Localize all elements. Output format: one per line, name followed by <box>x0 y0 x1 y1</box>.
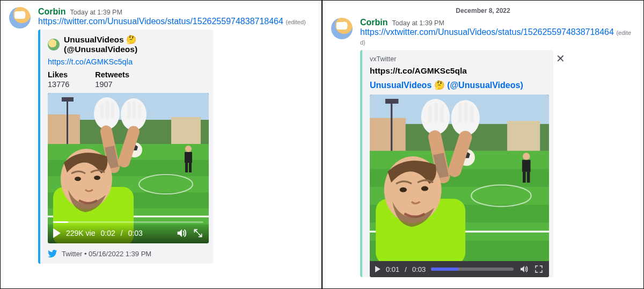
video-player-twitter[interactable]: 229K vie0:02 / 0:03 <box>48 93 209 243</box>
tweet-author-link[interactable]: UnusualVideos 🤔 (@UnusualVideos) <box>370 80 546 90</box>
message-timestamp: Today at 1:39 PM <box>70 9 122 16</box>
retweets-label: Retweets <box>95 70 129 79</box>
tweet-author-link-text: UnusualVideos 🤔 (@UnusualVideos) <box>370 80 523 90</box>
volume-icon <box>519 264 529 274</box>
expand-icon <box>193 228 203 239</box>
message-left: Corbin Today at 1:39 PM https://twitter.… <box>9 7 313 264</box>
video-progress[interactable] <box>431 268 514 271</box>
avatar[interactable] <box>9 7 31 28</box>
tweet-author[interactable]: UnusualVideos 🤔 (@UnusualVideos) <box>48 35 206 54</box>
tweet-author-name: UnusualVideos 🤔 (@UnusualVideos) <box>64 35 206 54</box>
retweets-value: 1907 <box>95 80 129 89</box>
time-sep: / <box>121 229 123 237</box>
author-name[interactable]: Corbin <box>38 7 66 17</box>
volume-button[interactable] <box>175 227 187 239</box>
close-embed-button[interactable]: ✕ <box>556 53 565 64</box>
likes-label: Likes <box>48 70 69 79</box>
tweet-stats: Likes 13776 Retweets 1907 <box>48 70 206 89</box>
play-button[interactable] <box>53 228 61 238</box>
message-link[interactable]: https://twitter.com/UnusualVideos/status… <box>38 17 283 26</box>
play-icon <box>53 228 61 238</box>
video-thumbnail <box>48 93 209 243</box>
date-divider: December 8, 2022 <box>331 7 635 15</box>
tweet-author-avatar <box>48 39 60 50</box>
right-pane: December 8, 2022 Corbin Today at 1:39 PM… <box>323 1 643 288</box>
vxtwitter-embed: ✕ vxTwitter https://t.co/AGMKSc5qla Unus… <box>360 50 553 277</box>
video-controls: 229K vie0:02 / 0:03 <box>48 223 209 243</box>
edited-tag: (edited) <box>286 19 305 25</box>
video-controls: 0:01 / 0:03 <box>370 261 549 277</box>
message-body: Corbin Today at 1:39 PM https://twitter.… <box>38 7 313 264</box>
video-time-total: 0:03 <box>128 229 143 237</box>
embed-footer: Twitter • 05/16/2022 1:39 PM <box>48 249 206 258</box>
play-button[interactable] <box>375 266 380 272</box>
author-name[interactable]: Corbin <box>360 18 388 27</box>
video-player-vx[interactable]: 0:01 / 0:03 <box>370 95 549 277</box>
fullscreen-button[interactable] <box>534 264 544 274</box>
volume-icon <box>175 227 187 239</box>
video-time-current: 0:02 <box>100 229 115 237</box>
left-pane: Corbin Today at 1:39 PM https://twitter.… <box>1 1 323 288</box>
fullscreen-icon <box>534 264 544 274</box>
message-timestamp: Today at 1:39 PM <box>392 19 444 27</box>
twitter-bird-icon <box>48 249 57 258</box>
message-link[interactable]: https://vxtwitter.com/UnusualVideos/stat… <box>360 27 614 37</box>
video-views: 229K vie <box>66 229 95 237</box>
video-time-current: 0:01 <box>386 265 399 273</box>
tweet-short-link[interactable]: https://t.co/AGMKSc5qla <box>48 57 206 66</box>
embed-title[interactable]: https://t.co/AGMKSc5qla <box>370 66 546 76</box>
video-time-total: 0:03 <box>412 265 426 273</box>
message-body: Corbin Today at 1:39 PM https://vxtwitte… <box>360 18 635 277</box>
time-sep: / <box>405 265 407 273</box>
twitter-embed: UnusualVideos 🤔 (@UnusualVideos) https:/… <box>38 30 213 264</box>
avatar[interactable] <box>331 18 353 39</box>
volume-button[interactable] <box>519 264 529 274</box>
embed-provider: vxTwitter <box>370 55 546 63</box>
play-icon <box>375 266 380 272</box>
video-thumbnail <box>370 95 549 261</box>
fullscreen-button[interactable] <box>193 228 203 239</box>
likes-value: 13776 <box>48 80 69 89</box>
embed-footer-text: Twitter • 05/16/2022 1:39 PM <box>62 250 151 258</box>
message-right: Corbin Today at 1:39 PM https://vxtwitte… <box>331 18 635 277</box>
